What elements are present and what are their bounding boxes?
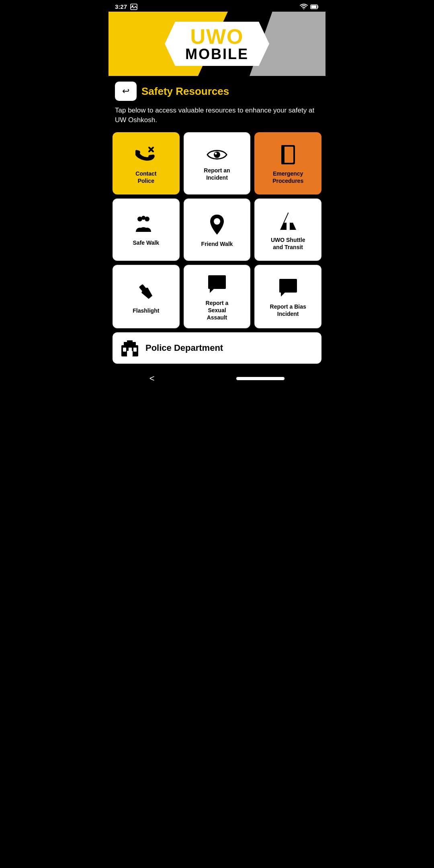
police-department-row[interactable]: Police Department	[113, 332, 321, 364]
building-icon	[121, 340, 139, 356]
svg-rect-20	[127, 340, 133, 343]
eye-icon	[207, 147, 227, 162]
mobile-label: MOBILE	[185, 47, 249, 61]
police-department-label: Police Department	[145, 343, 223, 353]
grid-item-contact-police[interactable]: ContactPolice	[113, 132, 180, 194]
back-arrow-icon: ↩	[122, 86, 129, 96]
back-button[interactable]: ↩	[115, 82, 137, 101]
time-display: 3:27	[115, 3, 127, 10]
pin-icon	[209, 214, 225, 235]
road-icon	[278, 211, 299, 231]
svg-rect-24	[127, 351, 133, 356]
svg-point-6	[214, 151, 220, 158]
grid-item-safe-walk[interactable]: Safe Walk	[113, 199, 180, 261]
banner-diamond: UWO MOBILE	[165, 22, 269, 66]
svg-rect-21	[123, 348, 126, 352]
grid-item-report-incident[interactable]: Report anIncident	[184, 132, 251, 194]
flashlight-label: Flashlight	[133, 307, 159, 314]
svg-rect-15	[287, 220, 290, 230]
image-icon	[130, 4, 137, 10]
contact-police-label: ContactPolice	[135, 170, 156, 184]
uwo-label: UWO	[185, 26, 249, 47]
status-left: 3:27	[115, 3, 137, 10]
nav-bar: <	[108, 369, 326, 391]
phone-icon	[135, 144, 156, 165]
banner-logo: UWO MOBILE	[185, 26, 249, 61]
safe-walk-label: Safe Walk	[133, 239, 160, 246]
svg-point-14	[214, 218, 220, 225]
grid-item-report-sexual-assault[interactable]: Report aSexualAssault	[184, 265, 251, 329]
svg-rect-3	[311, 5, 317, 8]
resource-grid: ContactPolice Report anIncident Emergenc…	[108, 132, 326, 333]
grid-item-uwo-shuttle[interactable]: UWO Shuttleand Transit	[254, 199, 321, 261]
grid-item-emergency-procedures[interactable]: EmergencyProcedures	[254, 132, 321, 194]
report-incident-label: Report anIncident	[204, 167, 230, 181]
flashlight-icon	[135, 281, 156, 302]
svg-point-7	[215, 152, 217, 154]
header-banner: UWO MOBILE	[108, 12, 326, 76]
section-subtitle: Tap below to access valuable resources t…	[108, 104, 326, 132]
grid-item-flashlight[interactable]: Flashlight	[113, 265, 180, 329]
svg-rect-23	[133, 348, 137, 352]
people-icon	[134, 215, 158, 234]
uwo-shuttle-label: UWO Shuttleand Transit	[271, 236, 305, 251]
grid-item-friend-walk[interactable]: Friend Walk	[184, 199, 251, 261]
svg-point-13	[141, 216, 145, 220]
chat-icon-1	[207, 274, 227, 295]
svg-rect-10	[281, 145, 285, 164]
battery-icon	[310, 4, 319, 10]
friend-walk-label: Friend Walk	[201, 240, 233, 248]
book-icon	[280, 144, 297, 165]
status-bar: 3:27	[108, 0, 326, 12]
nav-home-pill[interactable]	[236, 377, 285, 380]
status-right	[300, 4, 319, 10]
grid-item-report-bias-incident[interactable]: Report a BiasIncident	[254, 265, 321, 329]
nav-back-button[interactable]: <	[149, 373, 155, 384]
section-title: Safety Resources	[141, 85, 229, 98]
chat-icon-2	[278, 278, 299, 298]
report-sexual-assault-label: Report aSexualAssault	[206, 299, 229, 321]
wifi-icon	[300, 4, 308, 10]
section-header: ↩ Safety Resources	[108, 76, 326, 104]
report-bias-incident-label: Report a BiasIncident	[270, 303, 306, 317]
emergency-procedures-label: EmergencyProcedures	[272, 170, 303, 184]
